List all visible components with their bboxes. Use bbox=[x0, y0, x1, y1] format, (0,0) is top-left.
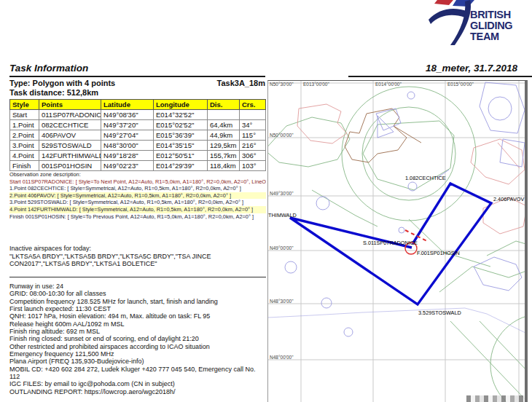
cell-style: 2.Point bbox=[10, 130, 39, 141]
waypoint-label-cechtice: 1.082CECHTICE bbox=[405, 175, 446, 181]
briefing-info-section: Runway in use: 24 GRID: 08:00-10:30 for … bbox=[9, 283, 267, 395]
airspaces-title: Inactive airspaces for today: bbox=[9, 245, 265, 253]
table-row: 4.Point 142FURTHIMWALD N49°18'28" E012°5… bbox=[10, 151, 266, 161]
cell-crs: 306° bbox=[240, 151, 266, 161]
task-name: Task3A_18m bbox=[217, 79, 265, 88]
cell-crs: 34° bbox=[240, 120, 266, 130]
waypoint-label-stoswald: 3.529STOSWALD bbox=[418, 310, 461, 316]
cell-crs: 216° bbox=[240, 141, 266, 151]
logo-text-british: BRITISH bbox=[470, 9, 511, 20]
inactive-airspaces-section: Inactive airspaces for today: "LKTSA5A B… bbox=[9, 245, 265, 268]
col-course: Crs. bbox=[240, 100, 266, 110]
col-style: Style bbox=[10, 100, 39, 110]
cell-crs: 115° bbox=[240, 130, 266, 141]
task-distance: Task distance: 512,8km bbox=[9, 88, 98, 98]
cell-dis: 118,4km bbox=[208, 161, 240, 171]
map-scale-bar bbox=[466, 395, 526, 402]
table-row: Start 011SP07RADONICE N49°08'36" E014°32… bbox=[10, 110, 266, 120]
cell-style: 1.Point bbox=[10, 120, 39, 130]
task-meta: Type: Polygon with 4 points Task3A_18m T… bbox=[9, 79, 265, 98]
cell-points: 142FURTHIMWALD bbox=[39, 151, 101, 161]
cell-dis: 44,9km bbox=[208, 130, 240, 141]
task-type: Type: Polygon with 4 points bbox=[9, 79, 115, 88]
lat-label-n4830: N48°30'00" bbox=[270, 299, 294, 304]
lat-label-n4800: N48°00'00" bbox=[270, 355, 294, 360]
cell-lat: N49°37'20" bbox=[101, 120, 154, 130]
info-release-height: Release height 600m AAL/1092 m MSL bbox=[9, 320, 267, 328]
cell-lat: N49°02'23" bbox=[101, 161, 154, 171]
waypoint-label-hosin: F.001SP01HOSIN bbox=[417, 250, 460, 256]
obs-line-3: 3.Point 529STOSWALD: [ Style=Symmetrical… bbox=[9, 199, 266, 206]
info-runway: Runway in use: 24 bbox=[9, 283, 267, 290]
cell-style: Start bbox=[10, 110, 39, 120]
cell-lat: N49°08'36" bbox=[101, 110, 154, 120]
obs-line-1: 1.Point 082CECHTICE: [ Style=Symmetrical… bbox=[9, 185, 266, 192]
info-outlanding-report: OUTLANDING REPORT: https://lowcrop.aero/… bbox=[9, 388, 267, 395]
logo-text-gliding: GLIDING bbox=[470, 20, 512, 31]
logo-text-team: TEAM bbox=[470, 31, 499, 42]
cell-lon: E014°32'52" bbox=[154, 110, 208, 120]
waypoint-label-furthimwald: 4.142FURTHIMWALD bbox=[267, 212, 297, 218]
cell-style: 4.Point bbox=[10, 151, 39, 161]
info-other-airspaces: Other restricted and prohibited airspace… bbox=[9, 343, 267, 350]
lat-label-n4930: N49°30'00" bbox=[270, 191, 294, 196]
lat-label-n5030: N50°30'00" bbox=[270, 82, 294, 87]
info-plana-airport: Plana Airport (FREQ 135,930-Budejovice-i… bbox=[9, 358, 267, 365]
cell-lon: E015°02'52" bbox=[154, 120, 208, 130]
info-mobil-cd: MOBIL CD: +420 602 284 272, Ludek Kluger… bbox=[9, 366, 267, 381]
cell-dis: 155,7km bbox=[208, 151, 240, 161]
info-qnh: QNH: 1017 hPa, Hosin elevation: 494 m, M… bbox=[9, 312, 267, 320]
cell-lat: N49°18'28" bbox=[101, 151, 154, 161]
task-sheet-page: BRITISH GLIDING TEAM Task Information 18… bbox=[0, 0, 532, 402]
cell-crs: 103° bbox=[240, 161, 266, 171]
table-row: 2.Point 406PAVOV N49°27'04" E015°36'39" … bbox=[10, 130, 266, 141]
divider bbox=[9, 277, 266, 277]
info-competition-frequency: Competition frequency 128.525 MHz for la… bbox=[9, 298, 267, 305]
cell-dis bbox=[208, 110, 240, 120]
observation-zone-section: Observation zone description: Start 011S… bbox=[9, 171, 266, 220]
lon-label-e014: E014°00'00" bbox=[375, 82, 402, 87]
info-emergency-frequency: Emergency frequency 121,500 MHz bbox=[9, 350, 267, 358]
cell-points: 082CECHTICE bbox=[39, 120, 101, 130]
observation-title: Observation zone description: bbox=[9, 171, 266, 178]
class-and-date: 18_meter, 31.7.2018 bbox=[348, 63, 532, 77]
lon-label-e013: E013°00'00" bbox=[303, 82, 329, 87]
obs-line-4: 4.Point 142FURTHIMWALD: [ Style=Symmetri… bbox=[9, 206, 266, 213]
info-igc-files: IGC FILES: by email to igc@pohoda.com (C… bbox=[9, 380, 267, 387]
cell-lat: N49°27'04" bbox=[101, 130, 154, 141]
col-points: Points bbox=[39, 100, 101, 110]
airspaces-list: "LKTSA5A BRDY","LKTSA5B BRDY","LKTSA5C B… bbox=[9, 253, 265, 268]
table-header-row: Style Points Latitude Longitude Dis. Crs… bbox=[10, 100, 266, 110]
table-row: 3.Point 529STOSWALD N48°30'00" E014°35'1… bbox=[10, 141, 266, 151]
cell-points: 529STOSWALD bbox=[39, 141, 101, 151]
cell-points: 406PAVOV bbox=[39, 130, 101, 141]
task-map: N50°30'00" E013°00'00" E014°00'00" E015°… bbox=[267, 80, 528, 402]
cell-style: 3.Point bbox=[10, 141, 39, 151]
page-title: Task Information bbox=[9, 63, 265, 77]
col-longitude: Longitude bbox=[154, 100, 208, 110]
info-finish-ring-altitude: Finish ring altitude: 692 m MSL bbox=[9, 328, 267, 335]
cell-points: 001SP01HOSIN bbox=[39, 161, 101, 171]
cell-lon: E014°29'39" bbox=[154, 161, 208, 171]
cell-lat: N48°30'00" bbox=[101, 141, 154, 151]
cell-lon: E015°36'39" bbox=[154, 130, 208, 141]
col-distance: Dis. bbox=[208, 100, 240, 110]
lon-label-e015: E015°00'00" bbox=[447, 82, 474, 87]
lat-label-n5000: N50°00'00" bbox=[270, 133, 294, 138]
obs-line-2: 2.Point 406PAVOV: [ Style=Symmetrical, A… bbox=[9, 192, 266, 200]
info-finish-ring-closed: Finish ring closed: sunset or end of sco… bbox=[9, 335, 267, 342]
waypoint-label-radonice: S.011SP07RADONICE bbox=[363, 240, 418, 246]
info-first-launch: First launch expected: 11:30 CEST bbox=[9, 305, 267, 312]
info-grid: GRID: 08:00-10:30 for all classes bbox=[9, 290, 267, 297]
table-row: 1.Point 082CECHTICE N49°37'20" E015°02'5… bbox=[10, 120, 266, 130]
cell-crs bbox=[240, 110, 266, 120]
cell-style: Finish bbox=[10, 161, 39, 171]
cell-lon: E012°50'51" bbox=[154, 151, 208, 161]
col-latitude: Latitude bbox=[101, 100, 154, 110]
waypoint-label-pavov: 2.406PAVOV bbox=[493, 196, 524, 202]
british-gliding-team-logo: BRITISH GLIDING TEAM bbox=[429, 0, 532, 47]
lat-label-n4900: N49°00'00" bbox=[270, 245, 294, 251]
table-row: Finish 001SP01HOSIN N49°02'23" E014°29'3… bbox=[10, 161, 266, 171]
cell-dis: 129,5km bbox=[208, 141, 240, 151]
obs-line-finish: Finish 001SP01HOSIN: [ Style=To Previous… bbox=[9, 213, 266, 221]
